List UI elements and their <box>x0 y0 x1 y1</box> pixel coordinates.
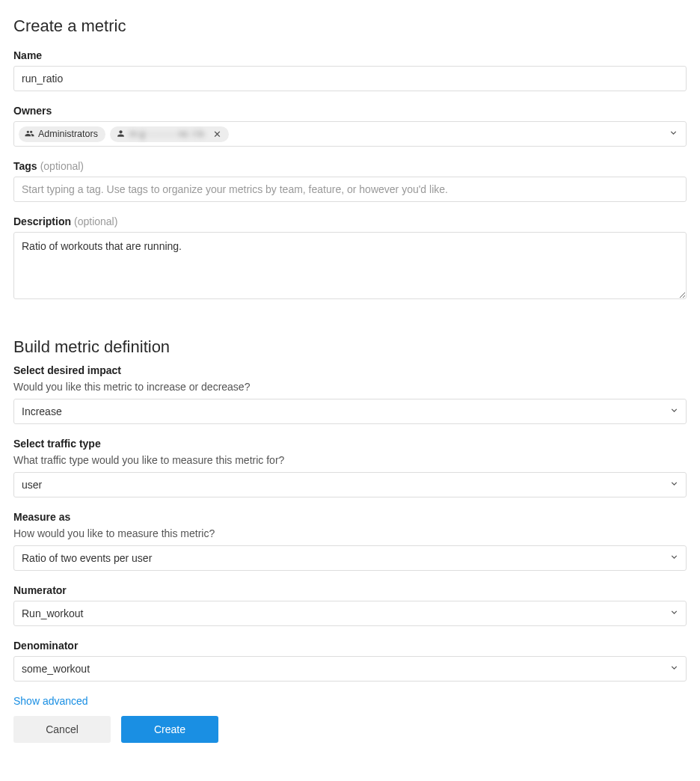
impact-label: Select desired impact <box>13 364 687 376</box>
name-input[interactable] <box>13 66 687 91</box>
section-create-title: Create a metric <box>13 16 687 36</box>
impact-sublabel: Would you like this metric to increase o… <box>13 381 687 393</box>
tags-optional: (optional) <box>40 160 84 172</box>
numerator-label: Numerator <box>13 584 687 596</box>
description-label-text: Description <box>13 215 71 227</box>
measure-label: Measure as <box>13 511 687 523</box>
person-icon <box>116 129 126 140</box>
group-icon <box>25 129 34 140</box>
impact-select-value: Increase <box>22 405 62 417</box>
tags-input[interactable] <box>13 177 687 202</box>
owners-select[interactable]: Administrators m·g·············nc··l·b· … <box>13 121 687 147</box>
measure-select-value: Ratio of two events per user <box>22 552 152 564</box>
denominator-label: Denominator <box>13 640 687 652</box>
create-button[interactable]: Create <box>121 716 218 743</box>
numerator-select-value: Run_workout <box>22 607 84 619</box>
owner-chip[interactable]: m·g·············nc··l·b· ✕ <box>110 126 229 142</box>
owner-chip-label: m·g·············nc··l·b· <box>129 129 206 139</box>
show-advanced-link[interactable]: Show advanced <box>13 695 88 707</box>
traffic-select[interactable]: user <box>13 472 687 497</box>
traffic-sublabel: What traffic type would you like to meas… <box>13 454 687 466</box>
section-build-title: Build metric definition <box>13 337 687 357</box>
owner-chip-label: Administrators <box>38 129 98 139</box>
remove-owner-icon[interactable]: ✕ <box>213 129 221 139</box>
denominator-select[interactable]: some_workout <box>13 656 687 682</box>
tags-label: Tags(optional) <box>13 160 687 172</box>
owner-chip[interactable]: Administrators <box>19 126 105 142</box>
description-textarea[interactable]: Ratio of workouts that are running. <box>13 232 687 299</box>
chevron-down-icon <box>669 128 678 140</box>
measure-select[interactable]: Ratio of two events per user <box>13 545 687 571</box>
description-label: Description(optional) <box>13 215 687 227</box>
denominator-select-value: some_workout <box>22 663 90 675</box>
traffic-select-value: user <box>22 479 42 491</box>
measure-sublabel: How would you like to measure this metri… <box>13 527 687 539</box>
description-optional: (optional) <box>74 215 117 227</box>
impact-select[interactable]: Increase <box>13 399 687 424</box>
tags-label-text: Tags <box>13 160 37 172</box>
traffic-label: Select traffic type <box>13 438 687 450</box>
cancel-button[interactable]: Cancel <box>13 716 111 743</box>
owners-label: Owners <box>13 105 687 117</box>
numerator-select[interactable]: Run_workout <box>13 601 687 626</box>
name-label: Name <box>13 49 687 61</box>
